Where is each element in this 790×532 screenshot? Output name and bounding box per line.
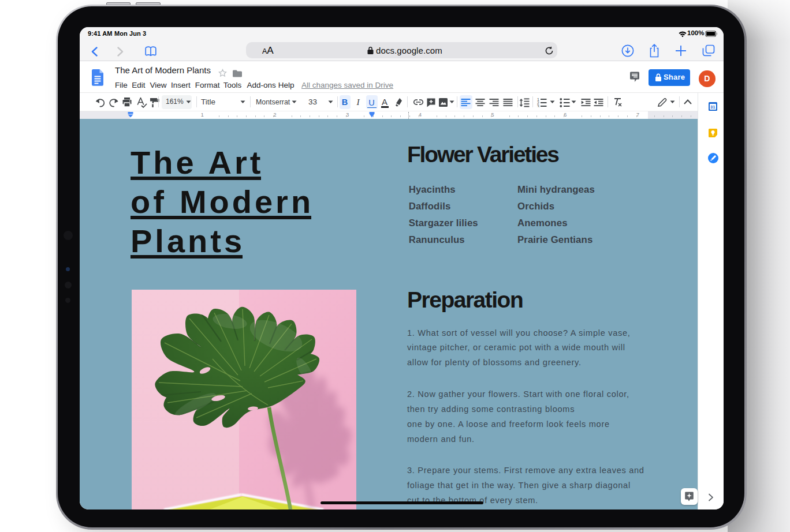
svg-text:3: 3 [537,104,539,107]
svg-text:31: 31 [710,104,715,110]
